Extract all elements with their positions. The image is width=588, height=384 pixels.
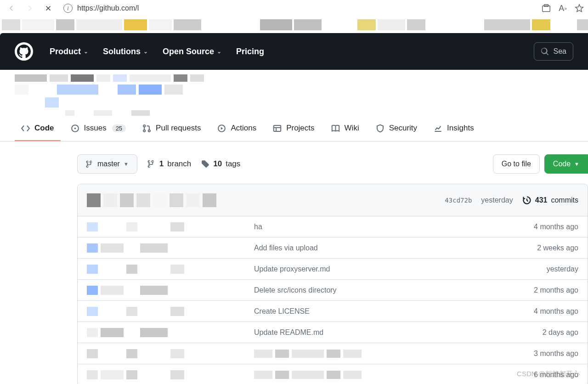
issues-count: 25 <box>112 124 126 132</box>
graph-icon <box>434 124 442 133</box>
chevron-down-icon: ⌄ <box>84 48 88 55</box>
branch-count-link[interactable]: 1 branch <box>147 159 191 169</box>
commit-message[interactable]: Update README.md <box>254 328 534 337</box>
branch-select-button[interactable]: master ▼ <box>77 154 137 174</box>
svg-point-4 <box>143 125 145 127</box>
tab-issues[interactable]: Issues 25 <box>64 119 133 141</box>
chevron-down-icon: ⌄ <box>217 48 221 55</box>
chevron-down-icon: ⌄ <box>143 48 148 55</box>
tab-security[interactable]: Security <box>369 119 424 141</box>
tag-icon <box>201 160 209 168</box>
nav-solutions[interactable]: Solutions⌄ <box>99 43 152 60</box>
branch-icon <box>147 160 156 168</box>
stop-button[interactable] <box>40 1 56 15</box>
site-info-icon[interactable]: i <box>63 4 73 13</box>
svg-point-5 <box>143 130 145 131</box>
address-bar[interactable]: i https://github.com/l <box>59 1 538 15</box>
tab-insights[interactable]: Insights <box>427 119 481 141</box>
commit-message[interactable]: Update proxyserver.md <box>254 265 538 273</box>
tab-strip <box>0 17 588 33</box>
search-input[interactable]: Sea <box>534 42 573 61</box>
repo-tabs: Code Issues 25 Pull requests Actions Pro… <box>0 119 588 141</box>
svg-point-6 <box>148 130 150 131</box>
github-logo[interactable] <box>15 42 33 61</box>
search-placeholder: Sea <box>554 47 566 56</box>
commit-message[interactable] <box>254 371 526 379</box>
tab-actions[interactable]: Actions <box>211 119 263 141</box>
book-icon <box>331 124 340 133</box>
forward-button[interactable] <box>22 1 38 15</box>
tab-pull-requests[interactable]: Pull requests <box>136 119 207 141</box>
commit-time: 4 months ago <box>534 223 578 231</box>
watermark: CSDN @想想都开心 <box>517 370 580 378</box>
commit-time: 3 months ago <box>534 350 578 358</box>
history-icon <box>522 196 531 205</box>
code-dropdown-button[interactable]: Code ▼ <box>544 154 588 174</box>
commit-message[interactable]: Delete src/icons directory <box>254 286 526 294</box>
nav-opensource[interactable]: Open Source⌄ <box>159 43 225 60</box>
commit-hash[interactable]: 43cd72b <box>445 197 472 204</box>
commit-message[interactable]: Create LICENSE <box>254 307 526 316</box>
file-row[interactable]: ha4 months ago <box>78 216 588 237</box>
browser-right-icons: A» <box>541 3 584 13</box>
code-icon <box>21 124 30 133</box>
file-row[interactable]: 3 months ago <box>78 343 588 364</box>
branch-bar: master ▼ 1 branch 10 tags Go to file Cod… <box>77 154 588 174</box>
github-header: Product⌄ Solutions⌄ Open Source⌄ Pricing… <box>0 33 588 70</box>
branch-icon <box>86 160 94 168</box>
commit-message[interactable]: ha <box>254 223 526 231</box>
browser-toolbar: i https://github.com/l A» <box>0 0 588 17</box>
favorite-icon[interactable] <box>574 3 584 13</box>
issues-icon <box>71 124 79 133</box>
table-icon <box>273 124 282 133</box>
file-row[interactable]: 6 months ago <box>78 364 588 384</box>
file-listing: 43cd72b yesterday 431 commits ha4 months… <box>77 184 588 384</box>
goto-file-button[interactable]: Go to file <box>493 154 540 174</box>
file-row[interactable]: Create LICENSE4 months ago <box>78 301 588 322</box>
file-row[interactable]: Update proxyserver.mdyesterday <box>78 259 588 280</box>
url-text: https://github.com/l <box>77 4 139 12</box>
pr-icon <box>142 124 151 133</box>
tab-projects[interactable]: Projects <box>266 119 321 141</box>
svg-point-9 <box>203 162 204 163</box>
nav-product[interactable]: Product⌄ <box>46 43 92 60</box>
svg-rect-8 <box>274 125 281 131</box>
nav-pricing[interactable]: Pricing <box>232 43 268 60</box>
commit-time: yesterday <box>547 265 578 273</box>
play-icon <box>217 124 226 133</box>
latest-commit-bar: 43cd72b yesterday 431 commits <box>78 184 588 216</box>
tab-wiki[interactable]: Wiki <box>325 119 366 141</box>
file-row[interactable]: Update README.md2 days ago <box>78 322 588 343</box>
back-button[interactable] <box>4 1 19 15</box>
tag-count-link[interactable]: 10 tags <box>201 159 240 169</box>
commit-time: 2 days ago <box>543 328 578 337</box>
commit-message[interactable]: Add files via upload <box>254 244 529 252</box>
commit-time: 2 months ago <box>534 286 578 294</box>
file-row[interactable]: Add files via upload2 weeks ago <box>78 237 588 259</box>
read-aloud-icon[interactable]: A» <box>558 3 568 13</box>
file-row[interactable]: Delete src/icons directory2 months ago <box>78 280 588 301</box>
screenshot-icon[interactable] <box>541 3 551 13</box>
tab-code[interactable]: Code <box>15 119 61 141</box>
svg-point-3 <box>74 127 76 129</box>
caret-down-icon: ▼ <box>124 161 129 167</box>
commit-date: yesterday <box>481 196 513 204</box>
repo-title-area <box>0 70 588 116</box>
commit-time: 2 weeks ago <box>537 244 578 252</box>
commits-history-link[interactable]: 431 commits <box>522 196 578 205</box>
shield-icon <box>376 124 384 133</box>
page-content: Product⌄ Solutions⌄ Open Source⌄ Pricing… <box>0 33 588 384</box>
commit-time: 4 months ago <box>534 307 578 316</box>
commit-message[interactable] <box>254 350 526 358</box>
caret-down-icon: ▼ <box>574 161 579 167</box>
